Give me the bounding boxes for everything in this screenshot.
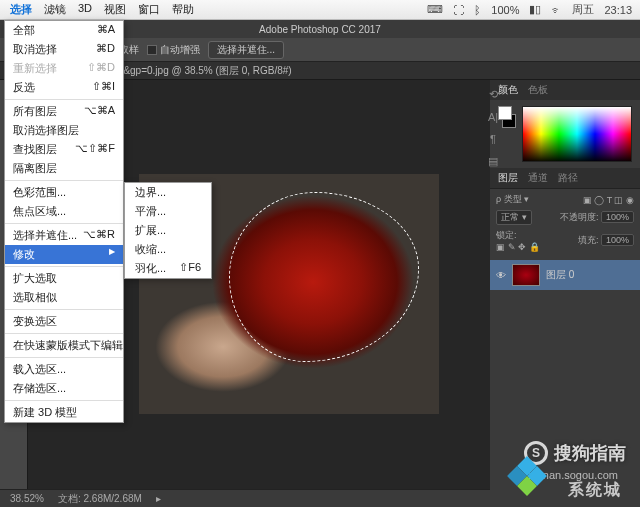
- clock-day[interactable]: 周五: [572, 2, 594, 17]
- tab-channels[interactable]: 通道: [528, 171, 548, 185]
- layer-name[interactable]: 图层 0: [546, 268, 574, 282]
- properties-icon[interactable]: ▤: [488, 155, 498, 168]
- layer-filter-icons[interactable]: ▣ ◯ T ◫ ◉: [583, 195, 634, 205]
- layer-thumbnail[interactable]: [512, 264, 540, 286]
- color-spectrum[interactable]: [522, 106, 632, 162]
- color-panel-tabs: 颜色 色板: [490, 80, 640, 100]
- submenu-item[interactable]: 边界...: [125, 183, 211, 202]
- menu-item[interactable]: 色彩范围...: [5, 183, 123, 202]
- menu-3d[interactable]: 3D: [78, 2, 92, 17]
- tab-paths[interactable]: 路径: [558, 171, 578, 185]
- select-and-mask-button[interactable]: 选择并遮住...: [208, 41, 284, 59]
- menu-item[interactable]: 反选⇧⌘I: [5, 78, 123, 97]
- collapsed-panel-icons: ⟲ A| ¶ ▤: [481, 88, 505, 168]
- fullscreen-icon[interactable]: ⛶: [453, 4, 464, 16]
- menu-view[interactable]: 视图: [104, 2, 126, 17]
- fill-field[interactable]: 填充: 100%: [578, 234, 634, 247]
- menu-separator: [5, 333, 123, 334]
- battery-text: 100%: [491, 4, 519, 16]
- menu-separator: [5, 223, 123, 224]
- color-panel: [490, 100, 640, 168]
- menu-item[interactable]: 焦点区域...: [5, 202, 123, 221]
- modify-submenu: 边界...平滑...扩展...收缩...羽化...⇧F6: [124, 182, 212, 279]
- menu-item[interactable]: 修改: [5, 245, 123, 264]
- layers-panel-tabs: 图层 通道 路径: [490, 168, 640, 188]
- menu-item[interactable]: 查找图层⌥⇧⌘F: [5, 140, 123, 159]
- menu-item[interactable]: 所有图层⌥⌘A: [5, 102, 123, 121]
- layer-row[interactable]: 👁 图层 0: [490, 260, 640, 290]
- submenu-item[interactable]: 扩展...: [125, 221, 211, 240]
- menu-item[interactable]: 选取相似: [5, 288, 123, 307]
- menu-item[interactable]: 取消选择⌘D: [5, 40, 123, 59]
- select-menu-dropdown: 全部⌘A取消选择⌘D重新选择⇧⌘D反选⇧⌘I所有图层⌥⌘A取消选择图层查找图层⌥…: [4, 20, 124, 423]
- bluetooth-icon[interactable]: ᛒ: [474, 4, 481, 16]
- auto-enhance-checkbox[interactable]: 自动增强: [147, 43, 200, 57]
- menu-separator: [5, 266, 123, 267]
- mac-menubar: 选择 滤镜 3D 视图 窗口 帮助 ⌨ ⛶ ᛒ 100% ▮▯ ᯤ 周五 23:…: [0, 0, 640, 20]
- blend-mode-select[interactable]: 正常 ▾: [496, 210, 532, 225]
- character-icon[interactable]: A|: [488, 111, 498, 123]
- zoom-level[interactable]: 38.52%: [10, 493, 44, 504]
- menu-select[interactable]: 选择: [10, 2, 32, 17]
- menu-help[interactable]: 帮助: [172, 2, 194, 17]
- menu-item[interactable]: 隔离图层: [5, 159, 123, 178]
- lock-row[interactable]: 锁定: ▣ ✎ ✥ 🔒: [496, 229, 540, 252]
- watermark-brand2: 系统城: [568, 480, 622, 501]
- submenu-item[interactable]: 羽化...⇧F6: [125, 259, 211, 278]
- menubar-right: ⌨ ⛶ ᛒ 100% ▮▯ ᯤ 周五 23:13: [427, 2, 640, 17]
- menu-separator: [5, 180, 123, 181]
- menu-item[interactable]: 全部⌘A: [5, 21, 123, 40]
- app-title: Adobe Photoshop CC 2017: [259, 24, 381, 35]
- paragraph-icon[interactable]: ¶: [490, 133, 496, 145]
- battery-icon[interactable]: ▮▯: [529, 3, 541, 16]
- opacity-field[interactable]: 不透明度: 100%: [560, 211, 634, 224]
- tab-layers[interactable]: 图层: [498, 171, 518, 185]
- eye-icon[interactable]: 👁: [496, 270, 506, 281]
- menu-separator: [5, 357, 123, 358]
- wifi-icon[interactable]: ᯤ: [551, 4, 562, 16]
- menu-item[interactable]: 新建 3D 模型: [5, 403, 123, 422]
- doc-size[interactable]: 文档: 2.68M/2.68M: [58, 492, 142, 506]
- submenu-item[interactable]: 平滑...: [125, 202, 211, 221]
- menubar-left: 选择 滤镜 3D 视图 窗口 帮助: [0, 2, 194, 17]
- marching-ants-selection: [229, 192, 419, 362]
- menu-window[interactable]: 窗口: [138, 2, 160, 17]
- menu-item[interactable]: 取消选择图层: [5, 121, 123, 140]
- diamond-logo-icon: [510, 459, 544, 493]
- menu-item[interactable]: 在快速蒙版模式下编辑: [5, 336, 123, 355]
- menu-item[interactable]: 选择并遮住...⌥⌘R: [5, 226, 123, 245]
- menu-item[interactable]: 存储选区...: [5, 379, 123, 398]
- status-bar: 38.52% 文档: 2.68M/2.68M ▸: [0, 489, 490, 507]
- menu-separator: [5, 99, 123, 100]
- clock-time[interactable]: 23:13: [604, 4, 632, 16]
- chevron-right-icon[interactable]: ▸: [156, 493, 161, 504]
- menu-filter[interactable]: 滤镜: [44, 2, 66, 17]
- menu-item: 重新选择⇧⌘D: [5, 59, 123, 78]
- kind-label: ρ 类型 ▾: [496, 193, 529, 206]
- menu-item[interactable]: 变换选区: [5, 312, 123, 331]
- history-icon[interactable]: ⟲: [489, 88, 498, 101]
- tab-swatches[interactable]: 色板: [528, 83, 548, 97]
- menu-item[interactable]: 扩大选取: [5, 269, 123, 288]
- menu-item[interactable]: 载入选区...: [5, 360, 123, 379]
- submenu-item[interactable]: 收缩...: [125, 240, 211, 259]
- menu-separator: [5, 309, 123, 310]
- keyboard-icon[interactable]: ⌨: [427, 3, 443, 16]
- menu-separator: [5, 400, 123, 401]
